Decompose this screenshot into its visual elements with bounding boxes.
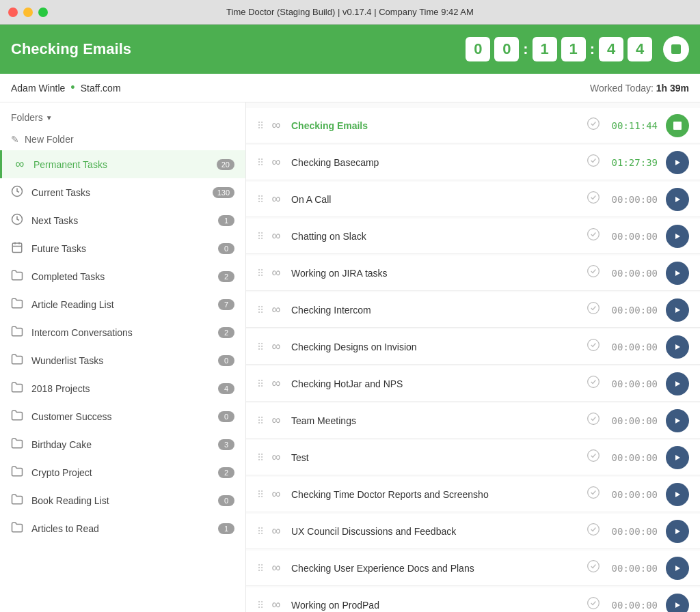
sidebar-item-articles-to-read[interactable]: Articles to Read 1 (0, 514, 245, 542)
infinity-task-icon: ∞ (269, 266, 283, 280)
check-icon[interactable] (587, 301, 600, 318)
sidebar-item-current-tasks[interactable]: Current Tasks 130 (0, 178, 245, 206)
sidebar-item-badge: 2 (218, 271, 234, 282)
infinity-task-icon: ∞ (269, 303, 283, 317)
folder-icon (11, 493, 25, 507)
sidebar-item-future-tasks[interactable]: Future Tasks 0 (0, 234, 245, 262)
play-task-button[interactable] (666, 335, 689, 359)
svg-point-12 (588, 229, 600, 240)
sidebar-item-badge: 0 (218, 495, 234, 506)
app-container: Checking Emails 0 0 : 1 1 : 4 4 Adam Win… (0, 25, 700, 612)
new-folder-row[interactable]: ✎ New Folder (0, 128, 245, 150)
play-task-button[interactable] (666, 298, 689, 322)
clock-icon (11, 185, 25, 199)
play-task-button[interactable] (666, 372, 689, 395)
task-name: On A Call (291, 194, 578, 205)
check-icon[interactable] (587, 191, 600, 208)
sidebar-item-label: Current Tasks (31, 187, 213, 198)
sidebar-item-customer-success[interactable]: Customer Success 0 (0, 402, 245, 430)
stop-icon (671, 44, 681, 54)
check-icon[interactable] (587, 117, 600, 134)
play-task-button[interactable] (666, 520, 689, 543)
check-icon[interactable] (587, 154, 600, 171)
sidebar-item-permanent-tasks[interactable]: ∞ Permanent Tasks 20 (0, 150, 245, 178)
play-task-button[interactable] (666, 225, 689, 248)
worked-today: Worked Today: 1h 39m (590, 83, 689, 94)
check-icon[interactable] (587, 264, 600, 281)
check-icon[interactable] (587, 449, 600, 466)
play-task-button[interactable] (666, 262, 689, 285)
sidebar-item-badge: 20 (217, 159, 234, 170)
sidebar-item-badge: 1 (218, 215, 234, 226)
close-button[interactable] (8, 8, 18, 17)
sidebar-item-completed-tasks[interactable]: Completed Tasks 2 (0, 262, 245, 290)
play-task-button[interactable] (666, 446, 689, 469)
play-task-button[interactable] (666, 557, 689, 580)
sidebar-item-label: Article Reading List (31, 299, 218, 310)
check-icon[interactable] (587, 596, 600, 612)
sidebar-item-label: Crypto Project (31, 467, 218, 478)
drag-handle-icon: ⠿ (257, 378, 264, 389)
svg-point-32 (588, 598, 600, 609)
sidebar-item-birthday-cake[interactable]: Birthday Cake 3 (0, 430, 245, 458)
sidebar-item-2018-projects[interactable]: 2018 Projects 4 (0, 374, 245, 402)
sidebar-item-label: Intercom Conversations (31, 327, 218, 338)
check-icon[interactable] (587, 227, 600, 245)
check-icon[interactable] (587, 486, 600, 503)
window-controls[interactable] (8, 8, 48, 17)
svg-marker-17 (675, 307, 680, 313)
timer-digit-3: 1 (561, 37, 586, 61)
svg-point-20 (588, 376, 600, 388)
play-task-button[interactable] (666, 409, 689, 432)
svg-marker-19 (675, 344, 680, 350)
stop-button-header[interactable] (663, 36, 689, 62)
timer-display: 0 0 : 1 1 : 4 4 (466, 36, 689, 62)
task-time: 00:00:00 (608, 489, 658, 500)
task-name: Checking Emails (291, 120, 578, 131)
task-time: 00:00:00 (608, 526, 658, 537)
task-time: 00:00:00 (608, 600, 658, 611)
play-task-button[interactable] (666, 594, 689, 613)
sidebar-item-book-reading-list[interactable]: Book Reading List 0 (0, 486, 245, 514)
task-time: 00:00:00 (608, 268, 658, 279)
check-icon[interactable] (587, 559, 600, 576)
svg-marker-27 (675, 492, 680, 497)
folder-icon (11, 381, 25, 395)
drag-handle-icon: ⠿ (257, 452, 264, 463)
drag-handle-icon: ⠿ (257, 231, 264, 242)
sidebar-item-wunderlist-tasks[interactable]: Wunderlist Tasks 0 (0, 346, 245, 374)
task-row-chatting-on-slack: ⠿ ∞ Chatting on Slack 00:00:00 (246, 219, 700, 254)
svg-rect-2 (12, 243, 22, 253)
svg-point-6 (588, 118, 600, 130)
task-name: Checking Time Doctor Reports and Screens… (291, 489, 578, 500)
check-icon[interactable] (587, 375, 600, 392)
maximize-button[interactable] (38, 8, 48, 17)
play-task-button[interactable] (666, 483, 689, 506)
sidebar-items-container: ∞ Permanent Tasks 20 Current Tasks 130 N… (0, 150, 245, 542)
timer-digit-1: 0 (494, 37, 519, 61)
svg-point-28 (588, 524, 600, 536)
infinity-task-icon: ∞ (269, 487, 283, 501)
task-row-checking-ux-docs: ⠿ ∞ Checking User Experience Docs and Pl… (246, 551, 700, 586)
new-folder-label: New Folder (25, 134, 74, 145)
sidebar-item-next-tasks[interactable]: Next Tasks 1 (0, 206, 245, 234)
sidebar-item-intercom-conversations[interactable]: Intercom Conversations 2 (0, 318, 245, 346)
worked-time: 1h 39m (656, 83, 689, 94)
check-icon[interactable] (587, 338, 600, 355)
svg-marker-23 (675, 418, 680, 423)
task-row-working-on-jira: ⠿ ∞ Working on JIRA tasks 00:00:00 (246, 255, 700, 291)
play-task-button[interactable] (666, 151, 689, 174)
sidebar-item-crypto-project[interactable]: Crypto Project 2 (0, 458, 245, 486)
infinity-task-icon: ∞ (269, 376, 283, 391)
task-name: Checking HotJar and NPS (291, 378, 578, 389)
play-task-button[interactable] (666, 188, 689, 211)
title-bar: Time Doctor (Staging Build) | v0.17.4 | … (0, 0, 700, 25)
check-icon[interactable] (587, 523, 600, 540)
check-icon[interactable] (587, 412, 600, 429)
minimize-button[interactable] (23, 8, 33, 17)
task-time: 00:00:00 (608, 342, 658, 352)
stop-task-button[interactable] (666, 114, 689, 137)
drag-handle-icon: ⠿ (257, 120, 264, 131)
sidebar-item-article-reading-list[interactable]: Article Reading List 7 (0, 290, 245, 318)
infinity-task-icon: ∞ (269, 413, 283, 428)
